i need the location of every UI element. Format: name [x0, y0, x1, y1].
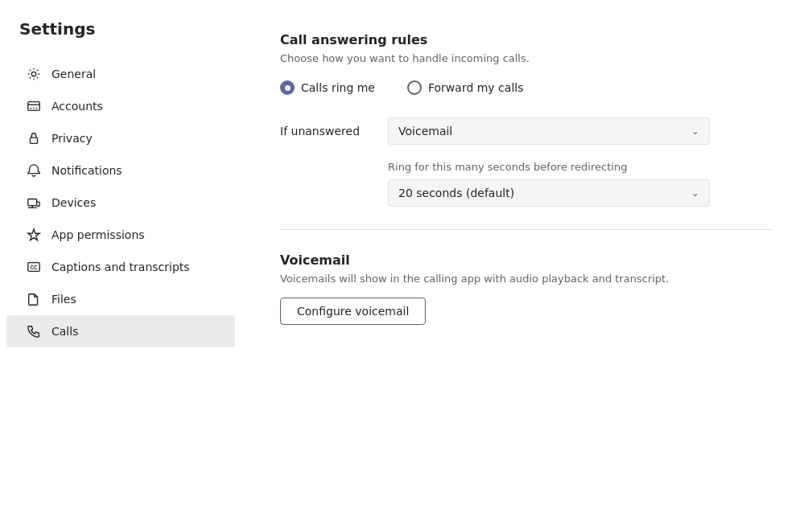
sidebar-item-privacy[interactable]: Privacy [6, 122, 235, 154]
sidebar-item-notifications[interactable]: Notifications [6, 154, 235, 187]
radio-label-forward: Forward my calls [428, 81, 523, 94]
voicemail-section: Voicemail Voicemails will show in the ca… [280, 252, 773, 325]
section-divider [280, 229, 773, 230]
if-unanswered-label: If unanswered [280, 125, 369, 138]
configure-voicemail-button[interactable]: Configure voicemail [280, 298, 426, 325]
main-content: Call answering rules Choose how you want… [241, 0, 812, 505]
svg-text:CC: CC [31, 265, 39, 270]
files-icon [26, 291, 42, 307]
if-unanswered-value: Voicemail [398, 125, 452, 138]
sidebar-label-devices: Devices [52, 196, 96, 209]
sidebar-item-captions[interactable]: CC Captions and transcripts [6, 251, 235, 283]
sidebar-label-app-permissions: App permissions [52, 228, 145, 241]
general-icon [26, 66, 42, 82]
ring-duration-dropdown[interactable]: 20 seconds (default) ⌄ [388, 179, 710, 207]
app-permissions-icon [26, 227, 42, 243]
page-title: Settings [0, 19, 241, 58]
sidebar-label-notifications: Notifications [52, 164, 122, 177]
if-unanswered-dropdown[interactable]: Voicemail ⌄ [388, 117, 710, 145]
sidebar-item-calls[interactable]: Calls [6, 315, 235, 347]
notifications-icon [26, 162, 42, 179]
ring-duration-label: Ring for this many seconds before redire… [388, 161, 773, 173]
captions-icon: CC [26, 259, 42, 275]
call-answering-radio-group: Calls ring me Forward my calls [280, 80, 773, 95]
radio-circle-ring [280, 80, 295, 95]
accounts-icon [26, 98, 42, 114]
privacy-icon [26, 130, 42, 146]
voicemail-description: Voicemails will show in the calling app … [280, 273, 773, 285]
sidebar-label-accounts: Accounts [52, 100, 103, 113]
sidebar-label-privacy: Privacy [52, 132, 93, 145]
svg-rect-7 [28, 199, 37, 206]
sidebar-item-app-permissions[interactable]: App permissions [6, 219, 235, 251]
voicemail-title: Voicemail [280, 252, 773, 268]
if-unanswered-row: If unanswered Voicemail ⌄ [280, 117, 773, 145]
sidebar: Settings General Accounts [0, 0, 241, 505]
sidebar-label-calls: Calls [52, 325, 78, 338]
call-answering-title: Call answering rules [280, 32, 773, 47]
svg-point-0 [31, 72, 35, 76]
call-answering-section: Call answering rules Choose how you want… [280, 32, 773, 207]
sidebar-label-captions: Captions and transcripts [52, 261, 190, 273]
chevron-down-icon-2: ⌄ [691, 187, 699, 199]
sidebar-item-devices[interactable]: Devices [6, 187, 235, 219]
ring-duration-field: Ring for this many seconds before redire… [388, 161, 773, 207]
sidebar-label-general: General [52, 68, 96, 80]
chevron-down-icon: ⌄ [691, 125, 699, 137]
sidebar-item-files[interactable]: Files [6, 283, 235, 315]
svg-rect-6 [31, 138, 38, 143]
radio-circle-forward [407, 80, 422, 95]
radio-forward-calls[interactable]: Forward my calls [407, 80, 523, 95]
sidebar-item-general[interactable]: General [6, 58, 235, 90]
devices-icon [26, 195, 42, 211]
radio-calls-ring-me[interactable]: Calls ring me [280, 80, 375, 95]
call-answering-subtitle: Choose how you want to handle incoming c… [280, 52, 773, 64]
sidebar-item-accounts[interactable]: Accounts [6, 90, 235, 122]
ring-duration-value: 20 seconds (default) [398, 187, 514, 199]
radio-label-ring: Calls ring me [301, 81, 375, 94]
calls-icon [26, 323, 42, 339]
svg-rect-1 [28, 102, 39, 111]
sidebar-label-files: Files [52, 293, 76, 306]
